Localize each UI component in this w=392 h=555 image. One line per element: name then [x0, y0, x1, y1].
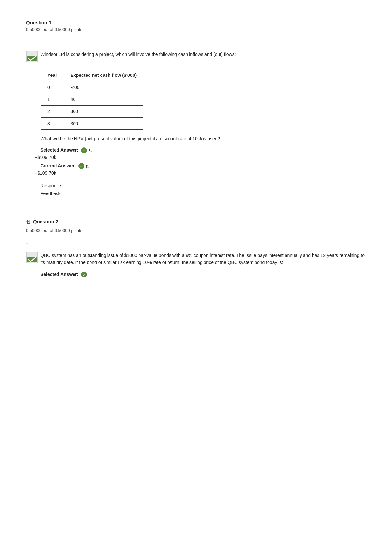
- table-cell-year: 1: [41, 93, 64, 106]
- table-cell-cashflow: 300: [64, 118, 143, 130]
- feedback-block: Response Feedback :: [41, 182, 366, 205]
- question-1-divider: -: [26, 39, 366, 45]
- correct-answer-value: +$109.70k: [35, 170, 366, 176]
- question-1-points: 0.50000 out of 0.50000 points: [26, 27, 366, 32]
- selected-answer-row: Selected Answer: ✓ a.: [41, 147, 366, 153]
- feedback-line-1: Response: [41, 182, 366, 190]
- table-header-cashflow: Expected net cash flow ($'000): [64, 69, 143, 81]
- q2-selected-answer-row: Selected Answer: ✓ c.: [41, 272, 366, 278]
- question-1-intro-text: Windsor Ltd is considering a project, wh…: [41, 51, 366, 58]
- table-row: 140: [41, 93, 143, 106]
- table-cell-cashflow: -400: [64, 81, 143, 93]
- npv-question-text: What will be the NPV (net present value)…: [41, 135, 366, 142]
- question-2-points: 0.50000 out of 0.50000 points: [26, 228, 366, 233]
- selected-answer-value: +$109.70k: [35, 155, 366, 160]
- sort-icon: ⇅: [26, 219, 30, 226]
- table-cell-cashflow: 40: [64, 93, 143, 106]
- selected-answer-check-icon: ✓: [81, 147, 87, 153]
- feedback-line-2: Feedback: [41, 190, 366, 198]
- table-cell-year: 3: [41, 118, 64, 130]
- question-2-divider: -: [26, 240, 366, 246]
- table-cell-cashflow: 300: [64, 106, 143, 118]
- cash-flow-table: Year Expected net cash flow ($'000) 0-40…: [41, 69, 143, 130]
- question-2-block: ⇅ Question 2 0.50000 out of 0.50000 poin…: [26, 219, 366, 278]
- correct-answer-row: Correct Answer: ✓ a.: [41, 163, 366, 169]
- question-1-block: Question 1 0.50000 out of 0.50000 points…: [26, 20, 366, 206]
- selected-answer-letter: a.: [88, 148, 92, 153]
- table-row: 0-400: [41, 81, 143, 93]
- table-header-year: Year: [41, 69, 64, 81]
- table-row: 2300: [41, 106, 143, 118]
- q2-selected-answer-badge: ✓ c.: [81, 272, 92, 278]
- question-1-title: Question 1: [26, 20, 366, 25]
- selected-answer-label: Selected Answer:: [41, 147, 78, 153]
- question-1-body: Windsor Ltd is considering a project, wh…: [26, 51, 366, 62]
- question-2-title: Question 2: [33, 219, 58, 224]
- question-2-body: QBC system has an outstanding issue of $…: [26, 252, 366, 266]
- question-2-title-row: ⇅ Question 2: [26, 219, 366, 226]
- q2-selected-answer-letter: c.: [88, 272, 92, 277]
- feedback-line-3: :: [41, 198, 366, 206]
- q2-selected-answer-check-icon: ✓: [81, 272, 87, 278]
- table-row: 3300: [41, 118, 143, 130]
- q2-selected-answer-label: Selected Answer:: [41, 272, 78, 277]
- correct-answer-letter: a.: [86, 163, 90, 169]
- correct-answer-label: Correct Answer:: [41, 163, 76, 168]
- table-cell-year: 2: [41, 106, 64, 118]
- correct-answer-check-icon: ✓: [78, 163, 84, 169]
- selected-answer-badge: ✓ a.: [81, 147, 92, 153]
- question-1-check-icon: [26, 51, 38, 62]
- table-cell-year: 0: [41, 81, 64, 93]
- correct-answer-badge: ✓ a.: [78, 163, 90, 169]
- question-2-check-icon: [26, 252, 38, 263]
- question-2-body-text: QBC system has an outstanding issue of $…: [41, 252, 366, 266]
